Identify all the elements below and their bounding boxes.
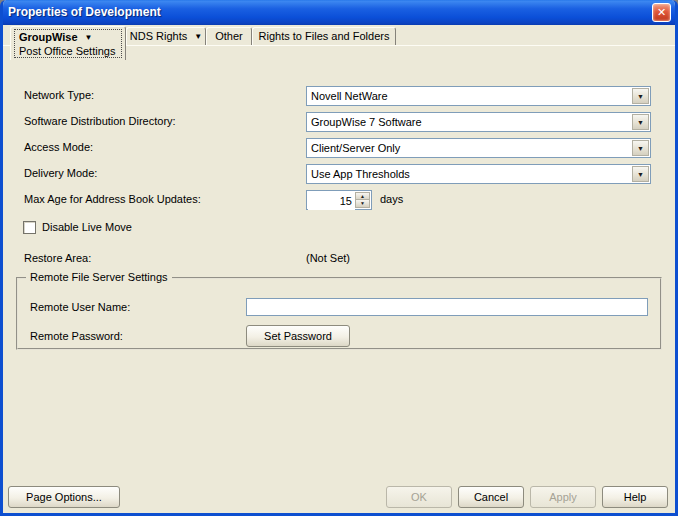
tab-groupwise[interactable]: GroupWise▼ Post Office Settings <box>10 26 126 60</box>
delivery-mode-value: Use App Thresholds <box>311 168 628 180</box>
post-office-settings-page: Network Type: Novell NetWare ▼ Software … <box>3 45 675 479</box>
tab-groupwise-focus: GroupWise▼ Post Office Settings <box>14 29 122 58</box>
access-mode-dropdown[interactable]: Client/Server Only ▼ <box>306 138 651 158</box>
chevron-down-icon: ▼ <box>637 171 644 178</box>
max-age-label: Max Age for Address Book Updates: <box>24 193 201 205</box>
access-mode-label: Access Mode: <box>24 141 93 153</box>
window-title: Properties of Development <box>8 5 161 19</box>
chevron-down-icon: ▼ <box>637 119 644 126</box>
access-mode-value: Client/Server Only <box>311 142 628 154</box>
chevron-down-icon: ▼ <box>637 145 644 152</box>
tab-groupwise-label-row: GroupWise▼ <box>19 31 117 43</box>
restore-area-label: Restore Area: <box>24 252 91 264</box>
help-button[interactable]: Help <box>602 486 668 508</box>
remote-group-title: Remote File Server Settings <box>26 271 172 283</box>
max-age-spin-buttons: ▲ ▼ <box>355 192 370 208</box>
max-age-days-suffix: days <box>380 193 403 205</box>
titlebar[interactable]: Properties of Development ✕ <box>0 0 678 25</box>
software-distribution-dropdown[interactable]: GroupWise 7 Software ▼ <box>306 112 651 132</box>
ok-button: OK <box>386 486 452 508</box>
remote-password-label: Remote Password: <box>30 330 123 342</box>
dropdown-arrow-button[interactable]: ▼ <box>632 140 649 156</box>
dropdown-arrow-button[interactable]: ▼ <box>632 166 649 182</box>
max-age-input[interactable] <box>308 192 355 210</box>
tab-other-label: Other <box>215 30 243 42</box>
chevron-down-icon[interactable]: ▼ <box>194 32 202 41</box>
close-icon: ✕ <box>657 6 666 18</box>
apply-button: Apply <box>530 486 596 508</box>
set-password-button[interactable]: Set Password <box>246 325 350 347</box>
tab-other[interactable]: Other <box>206 27 252 45</box>
dropdown-arrow-button[interactable]: ▼ <box>632 114 649 130</box>
tab-nds-rights-label: NDS Rights <box>130 30 187 42</box>
properties-dialog: Properties of Development ✕ GroupWise▼ P… <box>0 0 678 516</box>
network-type-dropdown[interactable]: Novell NetWare ▼ <box>306 86 651 106</box>
restore-area-value: (Not Set) <box>306 252 350 264</box>
tab-rights-to-files[interactable]: Rights to Files and Folders <box>252 27 396 45</box>
remote-user-name-input[interactable] <box>246 298 648 316</box>
tab-groupwise-label: GroupWise <box>19 31 78 43</box>
disable-live-move-checkbox[interactable] <box>23 221 36 234</box>
disable-live-move-label[interactable]: Disable Live Move <box>42 221 132 233</box>
close-button[interactable]: ✕ <box>652 3 671 22</box>
max-age-spinner[interactable]: ▲ ▼ <box>306 190 372 210</box>
network-type-label: Network Type: <box>24 89 94 101</box>
cancel-button[interactable]: Cancel <box>458 486 524 508</box>
tab-rights-to-files-label: Rights to Files and Folders <box>259 30 390 42</box>
spin-down-button[interactable]: ▼ <box>355 199 370 208</box>
tab-nds-rights[interactable]: NDS Rights▼ <box>126 27 206 45</box>
tab-groupwise-sublabel: Post Office Settings <box>19 45 117 57</box>
software-distribution-value: GroupWise 7 Software <box>311 116 628 128</box>
delivery-mode-dropdown[interactable]: Use App Thresholds ▼ <box>306 164 651 184</box>
delivery-mode-label: Delivery Mode: <box>24 167 97 179</box>
page-options-button[interactable]: Page Options... <box>8 486 120 508</box>
remote-user-name-label: Remote User Name: <box>30 301 130 313</box>
software-distribution-label: Software Distribution Directory: <box>24 115 176 127</box>
remote-file-server-settings-group: Remote File Server Settings Remote User … <box>16 277 662 350</box>
dropdown-arrow-button[interactable]: ▼ <box>632 88 649 104</box>
chevron-down-icon[interactable]: ▼ <box>85 33 93 42</box>
arrow-down-icon: ▼ <box>360 200 365 206</box>
chevron-down-icon: ▼ <box>637 93 644 100</box>
network-type-value: Novell NetWare <box>311 90 628 102</box>
